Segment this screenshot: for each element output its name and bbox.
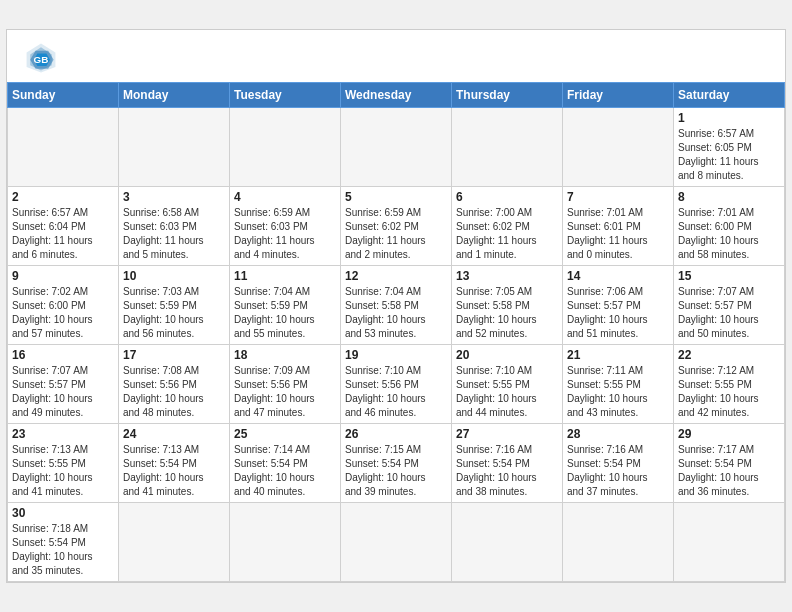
- calendar-day-empty: [341, 503, 452, 582]
- svg-text:GB: GB: [34, 54, 49, 65]
- weekday-header-wednesday: Wednesday: [341, 83, 452, 108]
- day-number: 2: [12, 190, 114, 204]
- calendar-day-9: 9Sunrise: 7:02 AM Sunset: 6:00 PM Daylig…: [8, 266, 119, 345]
- day-info: Sunrise: 7:02 AM Sunset: 6:00 PM Dayligh…: [12, 285, 114, 341]
- calendar-week-row: 23Sunrise: 7:13 AM Sunset: 5:55 PM Dayli…: [8, 424, 785, 503]
- day-info: Sunrise: 7:05 AM Sunset: 5:58 PM Dayligh…: [456, 285, 558, 341]
- calendar-day-6: 6Sunrise: 7:00 AM Sunset: 6:02 PM Daylig…: [452, 187, 563, 266]
- calendar-day-16: 16Sunrise: 7:07 AM Sunset: 5:57 PM Dayli…: [8, 345, 119, 424]
- weekday-header-thursday: Thursday: [452, 83, 563, 108]
- day-number: 30: [12, 506, 114, 520]
- day-number: 14: [567, 269, 669, 283]
- day-info: Sunrise: 7:14 AM Sunset: 5:54 PM Dayligh…: [234, 443, 336, 499]
- day-number: 6: [456, 190, 558, 204]
- calendar-week-row: 1Sunrise: 6:57 AM Sunset: 6:05 PM Daylig…: [8, 108, 785, 187]
- day-number: 21: [567, 348, 669, 362]
- day-number: 11: [234, 269, 336, 283]
- day-info: Sunrise: 7:09 AM Sunset: 5:56 PM Dayligh…: [234, 364, 336, 420]
- day-info: Sunrise: 7:18 AM Sunset: 5:54 PM Dayligh…: [12, 522, 114, 578]
- calendar-day-empty: [119, 108, 230, 187]
- day-number: 22: [678, 348, 780, 362]
- calendar-day-empty: [8, 108, 119, 187]
- day-number: 7: [567, 190, 669, 204]
- calendar-day-19: 19Sunrise: 7:10 AM Sunset: 5:56 PM Dayli…: [341, 345, 452, 424]
- day-number: 10: [123, 269, 225, 283]
- calendar-day-27: 27Sunrise: 7:16 AM Sunset: 5:54 PM Dayli…: [452, 424, 563, 503]
- day-number: 20: [456, 348, 558, 362]
- calendar-day-empty: [341, 108, 452, 187]
- day-info: Sunrise: 6:57 AM Sunset: 6:04 PM Dayligh…: [12, 206, 114, 262]
- day-info: Sunrise: 7:00 AM Sunset: 6:02 PM Dayligh…: [456, 206, 558, 262]
- day-number: 15: [678, 269, 780, 283]
- calendar-day-29: 29Sunrise: 7:17 AM Sunset: 5:54 PM Dayli…: [674, 424, 785, 503]
- calendar-day-5: 5Sunrise: 6:59 AM Sunset: 6:02 PM Daylig…: [341, 187, 452, 266]
- calendar-day-18: 18Sunrise: 7:09 AM Sunset: 5:56 PM Dayli…: [230, 345, 341, 424]
- day-info: Sunrise: 7:13 AM Sunset: 5:54 PM Dayligh…: [123, 443, 225, 499]
- day-info: Sunrise: 7:11 AM Sunset: 5:55 PM Dayligh…: [567, 364, 669, 420]
- weekday-header-row: SundayMondayTuesdayWednesdayThursdayFrid…: [8, 83, 785, 108]
- calendar-day-empty: [452, 108, 563, 187]
- calendar-day-10: 10Sunrise: 7:03 AM Sunset: 5:59 PM Dayli…: [119, 266, 230, 345]
- day-number: 5: [345, 190, 447, 204]
- calendar-day-28: 28Sunrise: 7:16 AM Sunset: 5:54 PM Dayli…: [563, 424, 674, 503]
- day-number: 4: [234, 190, 336, 204]
- calendar-grid: SundayMondayTuesdayWednesdayThursdayFrid…: [7, 82, 785, 582]
- calendar-header: GB: [7, 30, 785, 82]
- day-number: 29: [678, 427, 780, 441]
- calendar-day-1: 1Sunrise: 6:57 AM Sunset: 6:05 PM Daylig…: [674, 108, 785, 187]
- calendar-day-24: 24Sunrise: 7:13 AM Sunset: 5:54 PM Dayli…: [119, 424, 230, 503]
- day-info: Sunrise: 7:15 AM Sunset: 5:54 PM Dayligh…: [345, 443, 447, 499]
- calendar-day-22: 22Sunrise: 7:12 AM Sunset: 5:55 PM Dayli…: [674, 345, 785, 424]
- calendar-week-row: 16Sunrise: 7:07 AM Sunset: 5:57 PM Dayli…: [8, 345, 785, 424]
- day-number: 23: [12, 427, 114, 441]
- day-number: 24: [123, 427, 225, 441]
- calendar-day-14: 14Sunrise: 7:06 AM Sunset: 5:57 PM Dayli…: [563, 266, 674, 345]
- day-number: 16: [12, 348, 114, 362]
- calendar-day-17: 17Sunrise: 7:08 AM Sunset: 5:56 PM Dayli…: [119, 345, 230, 424]
- calendar-day-2: 2Sunrise: 6:57 AM Sunset: 6:04 PM Daylig…: [8, 187, 119, 266]
- calendar-day-empty: [674, 503, 785, 582]
- day-number: 26: [345, 427, 447, 441]
- day-info: Sunrise: 7:10 AM Sunset: 5:55 PM Dayligh…: [456, 364, 558, 420]
- day-info: Sunrise: 7:16 AM Sunset: 5:54 PM Dayligh…: [567, 443, 669, 499]
- day-info: Sunrise: 7:12 AM Sunset: 5:55 PM Dayligh…: [678, 364, 780, 420]
- calendar-day-empty: [563, 503, 674, 582]
- calendar-week-row: 9Sunrise: 7:02 AM Sunset: 6:00 PM Daylig…: [8, 266, 785, 345]
- day-info: Sunrise: 7:13 AM Sunset: 5:55 PM Dayligh…: [12, 443, 114, 499]
- weekday-header-tuesday: Tuesday: [230, 83, 341, 108]
- calendar-day-30: 30Sunrise: 7:18 AM Sunset: 5:54 PM Dayli…: [8, 503, 119, 582]
- day-number: 17: [123, 348, 225, 362]
- calendar-day-15: 15Sunrise: 7:07 AM Sunset: 5:57 PM Dayli…: [674, 266, 785, 345]
- calendar-day-26: 26Sunrise: 7:15 AM Sunset: 5:54 PM Dayli…: [341, 424, 452, 503]
- generalblue-logo-icon: GB: [23, 40, 59, 76]
- day-number: 19: [345, 348, 447, 362]
- weekday-header-monday: Monday: [119, 83, 230, 108]
- calendar-day-8: 8Sunrise: 7:01 AM Sunset: 6:00 PM Daylig…: [674, 187, 785, 266]
- calendar-day-empty: [230, 503, 341, 582]
- calendar-day-3: 3Sunrise: 6:58 AM Sunset: 6:03 PM Daylig…: [119, 187, 230, 266]
- weekday-header-sunday: Sunday: [8, 83, 119, 108]
- day-info: Sunrise: 7:01 AM Sunset: 6:00 PM Dayligh…: [678, 206, 780, 262]
- calendar-day-12: 12Sunrise: 7:04 AM Sunset: 5:58 PM Dayli…: [341, 266, 452, 345]
- day-info: Sunrise: 6:57 AM Sunset: 6:05 PM Dayligh…: [678, 127, 780, 183]
- calendar-day-25: 25Sunrise: 7:14 AM Sunset: 5:54 PM Dayli…: [230, 424, 341, 503]
- calendar-week-row: 2Sunrise: 6:57 AM Sunset: 6:04 PM Daylig…: [8, 187, 785, 266]
- calendar-day-7: 7Sunrise: 7:01 AM Sunset: 6:01 PM Daylig…: [563, 187, 674, 266]
- calendar-day-empty: [119, 503, 230, 582]
- calendar-day-21: 21Sunrise: 7:11 AM Sunset: 5:55 PM Dayli…: [563, 345, 674, 424]
- day-number: 18: [234, 348, 336, 362]
- day-info: Sunrise: 7:10 AM Sunset: 5:56 PM Dayligh…: [345, 364, 447, 420]
- day-number: 12: [345, 269, 447, 283]
- day-info: Sunrise: 7:07 AM Sunset: 5:57 PM Dayligh…: [678, 285, 780, 341]
- day-info: Sunrise: 7:04 AM Sunset: 5:58 PM Dayligh…: [345, 285, 447, 341]
- calendar-day-empty: [230, 108, 341, 187]
- calendar-day-23: 23Sunrise: 7:13 AM Sunset: 5:55 PM Dayli…: [8, 424, 119, 503]
- day-info: Sunrise: 6:58 AM Sunset: 6:03 PM Dayligh…: [123, 206, 225, 262]
- calendar-day-13: 13Sunrise: 7:05 AM Sunset: 5:58 PM Dayli…: [452, 266, 563, 345]
- day-info: Sunrise: 6:59 AM Sunset: 6:03 PM Dayligh…: [234, 206, 336, 262]
- day-number: 8: [678, 190, 780, 204]
- calendar-container: GB SundayMondayTuesdayWednesdayThursdayF…: [6, 29, 786, 583]
- logo: GB: [23, 40, 63, 76]
- day-info: Sunrise: 7:08 AM Sunset: 5:56 PM Dayligh…: [123, 364, 225, 420]
- day-info: Sunrise: 7:04 AM Sunset: 5:59 PM Dayligh…: [234, 285, 336, 341]
